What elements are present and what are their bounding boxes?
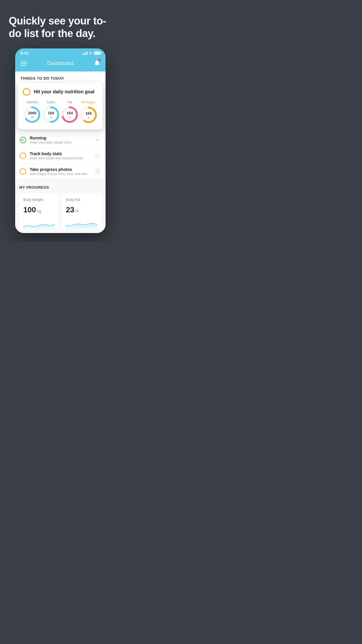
body-weight-value-row: 100 kg bbox=[23, 205, 55, 214]
todo-item-running[interactable]: Running Track your stats (target: 5km) bbox=[15, 132, 106, 148]
nutrition-protein: ★ Protein 164 g bbox=[80, 100, 98, 124]
hamburger-button[interactable] bbox=[20, 62, 27, 66]
notification-button[interactable] bbox=[94, 60, 100, 67]
nutrition-circle-check bbox=[23, 88, 30, 96]
fat-donut: 164 g bbox=[61, 106, 79, 124]
nutrition-calories: Calories 2000 cal bbox=[23, 100, 41, 124]
scale-icon bbox=[94, 152, 101, 159]
nutrition-fat: Fat 164 g bbox=[61, 100, 79, 124]
protein-label: ★ Protein bbox=[82, 100, 95, 104]
section-title: THINGS TO DO TODAY bbox=[20, 76, 64, 80]
svg-rect-8 bbox=[95, 154, 100, 158]
status-bar: 9:41 bbox=[15, 48, 106, 57]
status-icons bbox=[82, 51, 100, 55]
fat-unit: g bbox=[66, 116, 73, 118]
notification-dot bbox=[99, 59, 101, 61]
todo-item-body-stats[interactable]: Track body stats Enter your weight and m… bbox=[15, 148, 106, 164]
body-fat-chart bbox=[66, 218, 97, 230]
nutrition-card: Hit your daily nutrition goal Calories bbox=[18, 83, 103, 129]
todo-subtitle-body-stats: Enter your weight and measurements bbox=[30, 156, 90, 160]
todo-title-running: Running bbox=[30, 136, 90, 140]
star-icon: ★ bbox=[82, 100, 85, 104]
body-weight-unit: kg bbox=[37, 209, 41, 213]
todo-subtitle-progress-photos: Add images of your front, back, and side bbox=[30, 172, 90, 176]
todo-item-progress-photos[interactable]: Take progress photos Add images of your … bbox=[15, 164, 106, 179]
carbs-donut: 164 g bbox=[42, 106, 60, 124]
carbs-value: 164 bbox=[48, 111, 54, 115]
app-header: Dashboard bbox=[15, 57, 106, 71]
todo-title-body-stats: Track body stats bbox=[30, 151, 90, 156]
todo-list: Running Track your stats (target: 5km) T… bbox=[15, 132, 106, 179]
things-to-do-header: THINGS TO DO TODAY bbox=[15, 71, 106, 84]
nutrition-card-title: Hit your daily nutrition goal bbox=[34, 89, 94, 94]
app-title: Dashboard bbox=[47, 60, 74, 66]
todo-subtitle-running: Track your stats (target: 5km) bbox=[30, 141, 90, 144]
card-title-row: Hit your daily nutrition goal bbox=[23, 88, 98, 96]
wifi-icon bbox=[89, 51, 93, 55]
body-fat-value: 23 bbox=[66, 205, 74, 214]
todo-check-progress-photos bbox=[20, 168, 26, 175]
body-fat-unit: % bbox=[75, 209, 79, 213]
protein-label-text: Protein bbox=[85, 101, 95, 104]
todo-title-progress-photos: Take progress photos bbox=[30, 167, 90, 172]
fat-label: Fat bbox=[67, 100, 72, 104]
todo-text-body-stats: Track body stats Enter your weight and m… bbox=[30, 151, 90, 160]
calories-value: 2000 bbox=[28, 111, 36, 115]
body-weight-value: 100 bbox=[23, 205, 36, 214]
app-content: THINGS TO DO TODAY Hit your daily nutrit… bbox=[15, 71, 106, 233]
calories-unit: cal bbox=[28, 116, 36, 118]
my-progress-section: MY PROGRESS Body Weight 100 kg bbox=[15, 179, 106, 233]
battery-icon bbox=[94, 51, 100, 55]
phone-mockup: 9:41 Dashboard bbox=[15, 48, 106, 233]
carbs-label: Carbs bbox=[47, 100, 55, 104]
body-fat-card-title: Body Fat bbox=[66, 198, 97, 202]
calories-label: Calories bbox=[26, 100, 38, 104]
progress-section-title: MY PROGRESS bbox=[19, 185, 101, 190]
svg-point-12 bbox=[96, 170, 98, 172]
body-fat-value-row: 23 % bbox=[66, 205, 97, 214]
body-weight-chart bbox=[23, 218, 55, 230]
hero-title: Quickly see your to-do list for the day. bbox=[9, 15, 112, 40]
person-icon bbox=[94, 168, 101, 175]
fat-value: 164 bbox=[66, 111, 73, 115]
body-weight-card: Body Weight 100 kg bbox=[19, 194, 59, 230]
todo-check-body-stats bbox=[20, 153, 26, 159]
carbs-unit: g bbox=[48, 116, 54, 118]
nutrition-circles: Calories 2000 cal bbox=[23, 100, 98, 124]
calories-donut: 2000 cal bbox=[23, 106, 41, 124]
body-fat-card: Body Fat 23 % bbox=[62, 194, 101, 230]
page-container: Quickly see your to-do list for the day.… bbox=[0, 0, 121, 242]
nutrition-carbs: Carbs 164 g bbox=[42, 100, 60, 124]
protein-value: 164 bbox=[85, 111, 92, 116]
protein-unit: g bbox=[85, 116, 92, 119]
todo-text-running: Running Track your stats (target: 5km) bbox=[30, 136, 90, 144]
todo-text-progress-photos: Take progress photos Add images of your … bbox=[30, 167, 90, 176]
progress-cards: Body Weight 100 kg bbox=[19, 194, 101, 230]
shoe-icon bbox=[94, 136, 101, 144]
body-weight-card-title: Body Weight bbox=[23, 198, 55, 202]
todo-check-running bbox=[20, 137, 26, 143]
signal-icon bbox=[82, 51, 87, 55]
protein-donut: 164 g bbox=[80, 106, 98, 124]
hero-section: Quickly see your to-do list for the day. bbox=[0, 0, 121, 48]
status-time: 9:41 bbox=[20, 51, 29, 55]
